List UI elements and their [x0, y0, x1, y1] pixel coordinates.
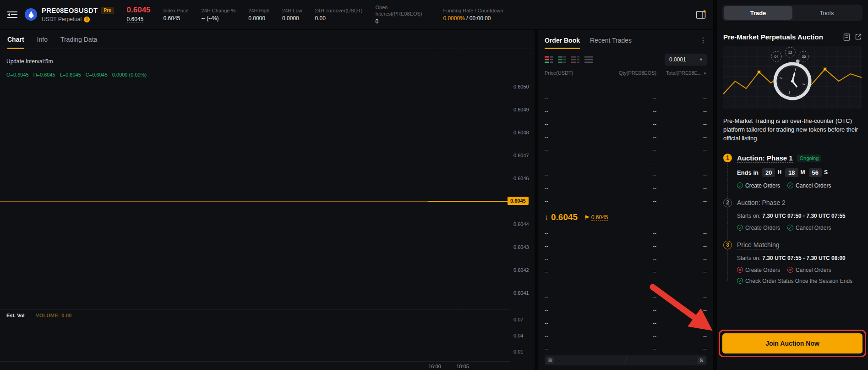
menu-icon[interactable]: [7, 11, 17, 18]
price-cell: --: [545, 134, 595, 140]
total-cell: --: [656, 282, 707, 288]
total-cell: --: [656, 243, 707, 249]
orderbook-row[interactable]: ------: [538, 265, 713, 278]
orderbook-view-list-icon[interactable]: [584, 56, 593, 63]
auction-title: Pre-Market Perpetuals Auction: [723, 33, 823, 41]
orderbook-column-headers: Price(USDT) Qty(PRE08EOS) Total(PRE08E..…: [538, 69, 713, 79]
orderbook-row[interactable]: ------: [538, 278, 713, 291]
col-total[interactable]: Total(PRE08E...▼: [656, 70, 707, 76]
auction-steps: 1 Auction: Phase 1 Ongoing Ends in 20H 1…: [723, 154, 862, 294]
orderbook-row[interactable]: ------: [538, 118, 713, 131]
symbol-selector[interactable]: PRE08EOSUSDT Pre USDT Perpetual i: [42, 6, 114, 22]
step-number: 2: [723, 199, 732, 207]
stat-24h-change: 24H Change % -- (--%): [202, 7, 236, 22]
orderbook-row[interactable]: ------: [538, 317, 713, 330]
pre-badge: Pre: [101, 7, 114, 14]
svg-text:12: 12: [788, 50, 792, 55]
symbol-name[interactable]: PRE08EOSUSDT: [42, 6, 98, 14]
step-permissions: ✓Create Orders ✓Cancel Orders: [737, 225, 862, 231]
more-menu-icon[interactable]: ⋮: [699, 37, 707, 44]
orderbook-row[interactable]: ------: [538, 253, 713, 265]
mid-price[interactable]: 0.6045: [551, 212, 578, 222]
chevron-down-icon: ▼: [703, 72, 707, 76]
cross-icon: ✕: [737, 267, 743, 273]
tab-trading-data[interactable]: Trading Data: [60, 30, 97, 49]
orderbook-controls: 0.0001 ▼: [538, 51, 713, 69]
chart-section: Chart Info Trading Data Update Interval:…: [0, 30, 535, 370]
orderbook-row[interactable]: ------: [538, 156, 713, 169]
annotation-highlight-box: Join Auction Now: [719, 330, 866, 357]
qty-cell: --: [595, 282, 657, 288]
step-title[interactable]: Auction: Phase 2: [737, 199, 786, 207]
total-cell: --: [656, 172, 707, 179]
orderbook-row[interactable]: ------: [538, 342, 713, 353]
qty-cell: --: [595, 294, 657, 301]
info-icon[interactable]: i: [84, 17, 90, 22]
buy-badge[interactable]: B: [546, 357, 554, 364]
panel-layout-icon[interactable]: [696, 10, 706, 19]
tab-chart[interactable]: Chart: [7, 30, 24, 49]
step-title[interactable]: Price Matching: [737, 241, 780, 249]
sell-badge[interactable]: S: [698, 357, 705, 364]
total-cell: --: [656, 95, 707, 102]
orderbook-row[interactable]: ------: [538, 195, 713, 208]
orderbook-row[interactable]: ------: [538, 105, 713, 118]
price-cell: --: [545, 333, 595, 339]
chart-canvas[interactable]: Update Interval:5m O=0.6045H=0.6045L=0.6…: [0, 49, 535, 370]
orderbook-row[interactable]: ------: [538, 182, 713, 195]
svg-text:04: 04: [775, 55, 779, 59]
qty-cell: --: [595, 134, 657, 140]
auction-banner: 04 12 35: [723, 46, 862, 109]
price-axis[interactable]: [510, 49, 510, 370]
total-cell: --: [656, 121, 707, 127]
stat-index-price: Index Price 0.6045: [164, 7, 189, 22]
total-cell: --: [656, 346, 707, 352]
orderbook-panel: Order Book Recent Trades ⋮: [538, 30, 713, 370]
volume-pane-separator: [0, 309, 510, 310]
qty-cell: --: [595, 243, 657, 249]
price-axis-label: 0.6041: [513, 290, 529, 296]
step-title[interactable]: Auction: Phase 1: [737, 154, 793, 163]
time-axis[interactable]: [0, 361, 510, 362]
orderbook-row[interactable]: ------: [538, 169, 713, 182]
total-cell: --: [656, 134, 707, 140]
time-axis-label: 16:00: [425, 364, 445, 369]
tick-size-select[interactable]: 0.0001 ▼: [665, 54, 707, 66]
orderbook-mid[interactable]: ↓ 0.6045 ⚑ 0.6045: [538, 208, 713, 227]
check-icon: ✓: [787, 182, 793, 188]
orderbook-row[interactable]: ------: [538, 304, 713, 317]
tab-recent-trades[interactable]: Recent Trades: [590, 30, 632, 51]
stat-24h-low: 24H Low 0.0000: [282, 7, 302, 22]
orderbook-view-both-icon[interactable]: [545, 56, 553, 63]
orderbook-row[interactable]: ------: [538, 330, 713, 342]
tab-order-book[interactable]: Order Book: [545, 30, 580, 51]
orderbook-row[interactable]: ------: [538, 131, 713, 144]
price-axis-label: 0.6044: [513, 221, 529, 227]
orderbook-row[interactable]: ------: [538, 92, 713, 105]
tab-trade[interactable]: Trade: [724, 6, 792, 20]
contract-type-label: USDT Perpetual: [42, 16, 82, 22]
orderbook-row[interactable]: ------: [538, 291, 713, 304]
orderbook-row[interactable]: ------: [538, 240, 713, 253]
orderbook-row[interactable]: ------: [538, 79, 713, 92]
orderbook-view-asks-icon[interactable]: [571, 56, 579, 63]
price-cell: --: [545, 307, 595, 314]
tab-info[interactable]: Info: [37, 30, 48, 49]
total-cell: --: [656, 198, 707, 204]
orderbook-row[interactable]: ------: [538, 144, 713, 156]
step-note: ✓Check Order Status Once the Session End…: [737, 278, 862, 284]
price-cell: --: [545, 95, 595, 102]
flag-price[interactable]: 0.6045: [591, 214, 608, 221]
total-cell: --: [656, 294, 707, 301]
price-axis-label: 0.6048: [513, 130, 529, 135]
est-vol-label: Est. Vol: [6, 313, 25, 318]
document-icon[interactable]: [843, 33, 850, 41]
orderbook-row[interactable]: ------: [538, 227, 713, 240]
tab-tools[interactable]: Tools: [792, 6, 861, 20]
join-auction-button[interactable]: Join Auction Now: [722, 333, 863, 353]
qty-cell: --: [595, 269, 657, 275]
orderbook-view-bids-icon[interactable]: [558, 56, 566, 63]
external-link-icon[interactable]: [855, 33, 862, 40]
mark-price[interactable]: 0.6045: [127, 16, 144, 23]
qty-cell: --: [595, 185, 657, 192]
